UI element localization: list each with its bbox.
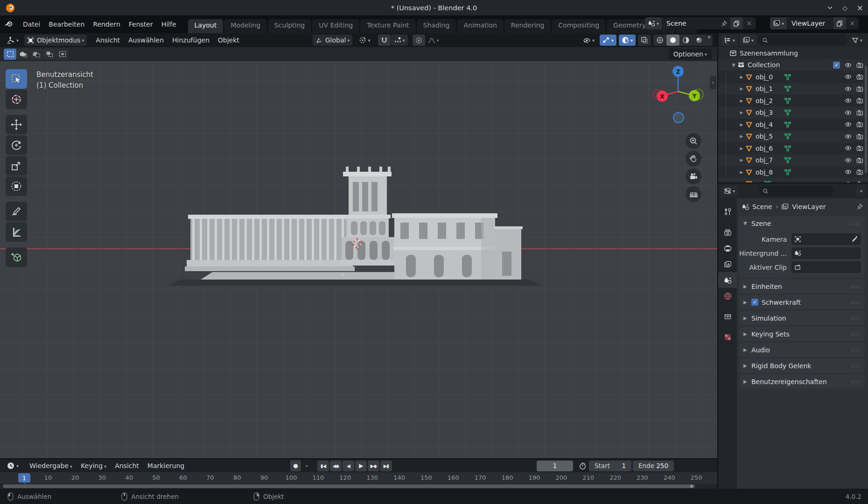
expander-icon[interactable]: ▶	[738, 86, 745, 91]
tab-animation[interactable]: Animation	[457, 19, 503, 33]
disable-render-icon[interactable]	[856, 85, 863, 92]
camera-view-button[interactable]	[686, 168, 701, 184]
panel-grip-icon[interactable]: ::::	[851, 283, 861, 289]
shading-options-caret[interactable]: ▾	[708, 35, 710, 46]
panel-header[interactable]: ▶Rigid Body Gelenk::::	[739, 358, 865, 373]
end-frame-field[interactable]: Ende250	[633, 461, 674, 471]
menu-fenster[interactable]: Fenster	[125, 19, 157, 30]
disable-render-icon[interactable]	[856, 168, 863, 175]
next-keyframe-button[interactable]: ▶◆	[368, 461, 379, 471]
outliner-item-label[interactable]: Szenensammlung	[740, 49, 798, 57]
panel-header[interactable]: ▶Keying Sets::::	[739, 327, 865, 341]
orthographic-toggle-button[interactable]	[686, 186, 701, 202]
window-close-icon[interactable]: ×	[857, 3, 863, 13]
tab-layout[interactable]: Layout	[188, 19, 224, 33]
outliner-item-label[interactable]: Collection	[748, 61, 780, 69]
snap-settings-selector[interactable]: ▾	[391, 35, 408, 46]
box-select-tool-button[interactable]	[6, 69, 27, 89]
disable-render-icon[interactable]	[856, 73, 863, 80]
transform-tool-button[interactable]	[6, 176, 27, 196]
scene-tab[interactable]	[718, 272, 737, 288]
mode-selector[interactable]: Objektmodus ▾	[24, 35, 87, 46]
unlink-scene-icon[interactable]: ×	[743, 19, 756, 28]
scene-browse-button[interactable]: ▾	[645, 17, 662, 29]
tab-shading[interactable]: Shading	[417, 19, 456, 33]
menu-rendern[interactable]: Rendern	[89, 19, 124, 30]
render-tab[interactable]	[718, 224, 737, 240]
disable-render-icon[interactable]	[856, 109, 863, 116]
properties-search-input[interactable]	[759, 186, 833, 196]
hide-eye-icon[interactable]	[845, 157, 852, 164]
expander-icon[interactable]: ▶	[738, 134, 745, 139]
auto-keying-toggle[interactable]: ●	[290, 460, 301, 471]
panel-header[interactable]: ▶✓Schwerkraft::::	[739, 295, 865, 309]
expander-icon[interactable]: ▶	[738, 170, 745, 175]
viewport-menu-auswählen[interactable]: Auswählen	[124, 35, 168, 45]
field-value[interactable]	[791, 247, 861, 259]
outliner-scrollbar[interactable]	[865, 66, 867, 173]
outliner-filter-button[interactable]: ▾	[849, 35, 865, 46]
panel-grip-icon[interactable]: ::::	[851, 299, 861, 305]
outliner-row-obj_1[interactable]: ▶obj_1	[718, 83, 868, 95]
cursor-tool-button[interactable]	[6, 90, 27, 109]
options-button[interactable]: Optionen ▾	[669, 49, 712, 60]
eyedropper-icon[interactable]	[851, 236, 858, 243]
outliner-row-obj_3[interactable]: ▶obj_3	[718, 107, 868, 119]
disable-render-icon[interactable]	[856, 62, 863, 69]
blender-menu-icon[interactable]	[5, 20, 14, 29]
expander-icon[interactable]: ▼	[743, 221, 748, 226]
outliner-item-label[interactable]: obj_7	[756, 156, 773, 164]
field-value[interactable]	[791, 261, 861, 273]
shading-material-button[interactable]	[679, 35, 693, 46]
texture-tab[interactable]	[718, 329, 737, 345]
tab-rendering[interactable]: Rendering	[504, 19, 551, 33]
add-cube-tool-button[interactable]	[6, 247, 27, 267]
outliner-item-label[interactable]: obj_1	[756, 85, 773, 92]
current-frame-field[interactable]: 1	[537, 461, 573, 471]
zoom-view-button[interactable]	[686, 133, 701, 149]
timeline-menu-keying[interactable]: Keying▾	[77, 460, 111, 471]
outliner-row-Collection[interactable]: ▼Collection✓	[718, 59, 868, 71]
pin-icon[interactable]	[718, 17, 730, 29]
timeline-ruler[interactable]: 1 10203040506070809010011012013014015016…	[0, 472, 717, 484]
expander-icon[interactable]: ▶	[743, 379, 748, 384]
outliner-item-label[interactable]: obj_5	[756, 133, 773, 140]
expander-icon[interactable]: ▼	[730, 63, 737, 68]
hide-eye-icon[interactable]	[845, 85, 852, 92]
outliner-row-obj_8[interactable]: ▶obj_8	[718, 166, 868, 178]
jump-to-end-button[interactable]: ▶▮	[380, 461, 392, 471]
breadcrumb-scene[interactable]: Scene	[752, 203, 772, 210]
remove-viewlayer-icon[interactable]: ×	[846, 19, 859, 28]
show-overlays-toggle[interactable]: ▾	[619, 35, 636, 46]
properties-editor-type-button[interactable]: ▾	[721, 185, 738, 196]
expander-icon[interactable]: ▶	[743, 315, 748, 321]
shading-wireframe-button[interactable]	[653, 35, 666, 46]
sidebar-collapse-icon[interactable]: ‹	[710, 76, 716, 89]
viewlayer-name[interactable]: ViewLayer	[787, 20, 833, 27]
outliner-row-obj_4[interactable]: ▶obj_4	[718, 119, 868, 131]
outliner-row-obj_2[interactable]: ▶obj_2	[718, 95, 868, 107]
select-intersect-button[interactable]	[56, 49, 69, 60]
editor-type-button[interactable]: ▾	[4, 35, 21, 46]
select-invert-button[interactable]	[43, 49, 56, 60]
play-button[interactable]: ▶	[355, 461, 367, 471]
scale-tool-button[interactable]	[6, 156, 27, 175]
tab-texture-paint[interactable]: Texture Paint	[360, 19, 415, 33]
menu-hilfe[interactable]: Hilfe	[157, 19, 181, 30]
panel-grip-icon[interactable]: ::::	[851, 315, 861, 321]
window-minimize-icon[interactable]	[827, 5, 833, 11]
outliner-row-obj_5[interactable]: ▶obj_5	[718, 131, 868, 143]
select-subtract-button[interactable]	[30, 49, 42, 60]
auto-keying-options-caret[interactable]: ▾	[301, 460, 311, 471]
current-frame-indicator[interactable]: 1	[18, 473, 30, 483]
rotate-tool-button[interactable]	[6, 135, 27, 155]
hide-eye-icon[interactable]	[845, 121, 852, 128]
viewport-menu-hinzufügen[interactable]: Hinzufügen	[168, 35, 214, 45]
panel-header[interactable]: ▶Audio::::	[739, 343, 865, 357]
pivot-point-selector[interactable]: ▾	[356, 35, 373, 46]
outliner-item-label[interactable]: obj_8	[756, 168, 773, 176]
panel-grip-icon[interactable]: ::::	[851, 363, 861, 369]
viewport-menu-objekt[interactable]: Objekt	[214, 35, 244, 45]
play-reverse-button[interactable]: ◀	[343, 461, 354, 471]
select-set-button[interactable]	[4, 49, 16, 60]
